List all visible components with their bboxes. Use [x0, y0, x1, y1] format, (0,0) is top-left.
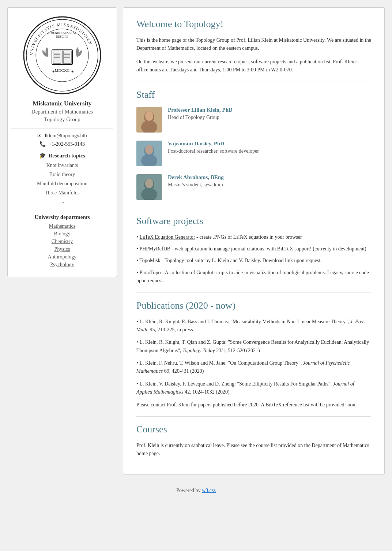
section-divider-courses	[136, 416, 371, 417]
university-departments-heading: University departments	[11, 214, 113, 220]
staff-member-klein: Professor Lilian Klein, PhD Head of Topo…	[136, 107, 371, 133]
research-topic-braid-theory[interactable]: Braid theory	[11, 171, 113, 178]
svg-rect-7	[63, 51, 71, 63]
staff-photo-abrahams	[136, 174, 162, 200]
dept-anthropology[interactable]: Anthropology	[11, 254, 113, 260]
pub-item-2: • L. Klein, R. Knight, T. Qian and Z. Gu…	[136, 338, 371, 355]
staff-role-abrahams: Master's student, sysadmin	[168, 182, 224, 188]
phone-number: +1-202-555-0143	[49, 141, 85, 147]
staff-name-klein: Professor Lilian Klein, PhD	[168, 107, 233, 113]
dept-biology[interactable]: Biology	[11, 231, 113, 237]
email-icon: ✉	[37, 133, 42, 139]
main-content: Welcome to Topology! This is the home pa…	[123, 7, 385, 474]
svg-text:TIMENDI CAUSA EST: TIMENDI CAUSA EST	[48, 31, 77, 35]
staff-photo-daisley	[136, 141, 162, 166]
courses-title: Courses	[136, 424, 371, 435]
staff-name-abrahams: Derek Abrahams, BEng	[168, 174, 224, 180]
publications-title: Publications (2020 - now)	[136, 300, 371, 311]
w3css-link[interactable]: w3.css	[202, 488, 216, 493]
research-topics-ellipsis: ...	[11, 198, 113, 204]
publications-note: Please contact Prof. Klein for papers pu…	[136, 401, 371, 409]
staff-member-daisley: Vajramani Daisley, PhD Post-doctoral res…	[136, 141, 371, 166]
research-topics-nav: 🎓 Research topics Knot invariants Braid …	[11, 152, 113, 204]
staff-member-abrahams: Derek Abrahams, BEng Master's student, s…	[136, 174, 371, 200]
intro-paragraph-2: On this website, we present our current …	[136, 58, 371, 74]
staff-title: Staff	[136, 89, 371, 100]
staff-photo-klein	[136, 107, 162, 133]
staff-info-daisley: Vajramani Daisley, PhD Post-doctoral res…	[168, 141, 259, 154]
intro-paragraph-1: This is the home page of the Topology Gr…	[136, 36, 371, 53]
welcome-title: Welcome to Topology!	[136, 19, 371, 30]
pub-4-journal: Journal of Applied Mathemagicks	[136, 381, 354, 395]
staff-avatar-klein	[136, 107, 162, 133]
email-link[interactable]: lklein@topology.htb	[45, 133, 87, 139]
latex-generator-desc: - create .PNGs of LaTeX equations in you…	[196, 234, 302, 240]
dept-mathematics[interactable]: Mathematics	[11, 223, 113, 229]
staff-name-daisley: Vajramani Daisley, PhD	[168, 141, 259, 147]
svg-point-29	[145, 179, 153, 188]
university-departments-nav: University departments Mathematics Biolo…	[11, 214, 113, 268]
pub-item-1: • L. Klein, R. Knight, E. Bass and I. Th…	[136, 318, 371, 334]
footer-text: Powered by	[176, 488, 201, 493]
sidebar: VNIVERSITATIS MISKATONICIEN	[7, 7, 117, 277]
svg-text:NESCIRE: NESCIRE	[56, 35, 68, 38]
staff-avatar-abrahams	[136, 174, 162, 200]
pub-2-journal: Topology Today	[182, 348, 215, 353]
section-divider-software	[136, 208, 371, 208]
courses-text: Prof. Klein is currently on sabbatical l…	[136, 442, 371, 458]
section-divider-publications	[136, 293, 371, 293]
department-name: Department of Mathematics	[11, 109, 113, 115]
staff-info-abrahams: Derek Abrahams, BEng Master's student, s…	[168, 174, 224, 188]
svg-point-22	[141, 120, 157, 133]
svg-point-28	[141, 188, 157, 200]
software-item-latex: • LaTeX Equation Generator - create .PNG…	[136, 233, 371, 241]
svg-point-23	[145, 111, 153, 121]
email-contact: ✉ lklein@topology.htb	[11, 133, 113, 139]
group-name: Topology Group	[11, 116, 113, 123]
svg-text:✦: ✦	[52, 70, 55, 74]
pub-item-3: • L. Klein, F. Nehru, T. Wilson and M. J…	[136, 359, 371, 376]
footer: Powered by w3.css	[7, 482, 385, 499]
software-item-plotopo: • PlotoTopo - A collection of Gnuplot sc…	[136, 269, 371, 285]
svg-rect-6	[53, 51, 61, 63]
software-plotopo-text: • PlotoTopo - A collection of Gnuplot sc…	[136, 270, 369, 283]
software-item-phpmy: • PHPMyRefDB - web application to manage…	[136, 245, 371, 253]
staff-info-klein: Professor Lilian Klein, PhD Head of Topo…	[168, 107, 233, 120]
svg-text:✦: ✦	[71, 70, 74, 74]
latex-generator-link[interactable]: LaTeX Equation Generator	[139, 234, 195, 240]
staff-avatar-daisley	[136, 141, 162, 166]
sidebar-divider-1	[11, 129, 113, 129]
research-topic-three-manifolds[interactable]: Three-Manifolds	[11, 189, 113, 197]
software-item-topomisk: • TopoMisk - Topology tool suite by L. K…	[136, 257, 371, 265]
sidebar-divider-2	[11, 208, 113, 208]
svg-point-26	[145, 145, 153, 154]
section-divider-staff	[136, 82, 371, 82]
software-phpmy-text: • PHPMyRefDB - web application to manage…	[136, 246, 366, 252]
software-title: Software projects	[136, 216, 371, 227]
staff-role-klein: Head of Topology Group	[168, 115, 233, 120]
dept-chemistry[interactable]: Chemistry	[11, 239, 113, 245]
research-topic-knot-invariants[interactable]: Knot invariants	[11, 162, 113, 169]
staff-role-daisley: Post-doctoral researcher, software devel…	[168, 148, 259, 154]
svg-text:MDCXC: MDCXC	[55, 68, 69, 72]
dept-psychology[interactable]: Psychology	[11, 262, 113, 268]
software-topomisk-text: • TopoMisk - Topology tool suite by L. K…	[136, 258, 322, 263]
pub-3-journal: Journal of Psychedelic Mathematics	[136, 360, 350, 374]
pub-item-4: • L. Klein, V. Daisley, F. Leveque and D…	[136, 380, 371, 397]
university-name: Miskatonic University	[11, 100, 113, 107]
research-topics-heading: 🎓 Research topics	[11, 152, 113, 159]
mortarboard-icon: 🎓	[39, 152, 46, 159]
university-seal: VNIVERSITATIS MISKATONICIEN	[22, 15, 102, 96]
phone-icon: 📞	[39, 141, 46, 147]
dept-physics[interactable]: Physics	[11, 246, 113, 252]
phone-contact: 📞 +1-202-555-0143	[11, 141, 113, 147]
pub-1-journal: J. Pret. Math.	[136, 319, 365, 332]
research-topic-manifold[interactable]: Manifold decomposition	[11, 180, 113, 187]
svg-point-25	[141, 154, 157, 166]
